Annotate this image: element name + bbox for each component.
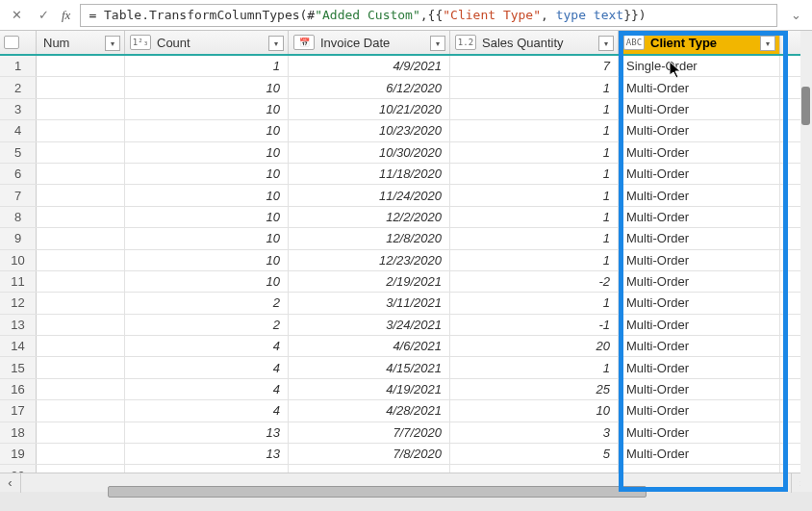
cell-sales-quantity[interactable]: 1 bbox=[450, 250, 619, 270]
cell-sales-quantity[interactable]: 1 bbox=[450, 99, 619, 119]
cell-count[interactable]: 4 bbox=[125, 379, 289, 399]
formula-expand-icon[interactable]: ⌄ bbox=[787, 8, 804, 22]
row-number[interactable]: 8 bbox=[0, 207, 37, 227]
cell-num[interactable] bbox=[37, 99, 125, 119]
cell-num[interactable] bbox=[37, 315, 125, 335]
cell-count[interactable]: 13 bbox=[125, 422, 289, 443]
row-number[interactable]: 16 bbox=[0, 379, 37, 399]
cell-sales-quantity[interactable]: 25 bbox=[450, 379, 619, 399]
cell-invoice-date[interactable]: 10/23/2020 bbox=[289, 120, 450, 141]
filter-icon[interactable]: ▾ bbox=[268, 36, 284, 51]
cell-sales-quantity[interactable]: -1 bbox=[450, 315, 619, 335]
row-number[interactable]: 1 bbox=[0, 56, 37, 76]
row-number[interactable]: 4 bbox=[0, 120, 37, 141]
row-number[interactable]: 18 bbox=[0, 422, 37, 443]
row-number[interactable]: 13 bbox=[0, 315, 37, 335]
cell-count[interactable]: 10 bbox=[125, 99, 289, 119]
cell-count[interactable]: 10 bbox=[125, 77, 289, 97]
table-row[interactable]: 91012/8/20201Multi-Order bbox=[0, 228, 812, 249]
row-number[interactable]: 2 bbox=[0, 77, 37, 97]
cell-count[interactable]: 10 bbox=[125, 120, 289, 141]
table-row[interactable]: 2106/12/20201Multi-Order bbox=[0, 77, 812, 98]
cell-count[interactable]: 1 bbox=[125, 56, 289, 76]
cell-num[interactable] bbox=[37, 228, 125, 248]
column-header-invoice-date[interactable]: 📅 Invoice Date ▾ bbox=[289, 31, 450, 54]
cell-invoice-date[interactable]: 4/28/2021 bbox=[289, 400, 450, 421]
cell-invoice-date[interactable]: 2/19/2021 bbox=[289, 271, 450, 292]
cell-sales-quantity[interactable]: 1 bbox=[450, 185, 619, 205]
column-header-count[interactable]: 1²₃ Count ▾ bbox=[125, 31, 289, 54]
cell-client-type[interactable]: Multi-Order bbox=[619, 271, 780, 292]
table-row[interactable]: 1223/11/20211Multi-Order bbox=[0, 293, 812, 314]
scroll-thumb[interactable] bbox=[801, 87, 810, 125]
cell-client-type[interactable]: Multi-Order bbox=[619, 142, 780, 163]
column-header-num[interactable]: Num ▾ bbox=[37, 31, 125, 54]
column-header-client-type[interactable]: ABC Client Type ▾ bbox=[619, 31, 780, 54]
table-row[interactable]: 71011/24/20201Multi-Order bbox=[0, 185, 812, 206]
cell-count[interactable]: 10 bbox=[125, 207, 289, 227]
cell-invoice-date[interactable]: 12/8/2020 bbox=[289, 228, 450, 248]
cell-sales-quantity[interactable]: 1 bbox=[450, 293, 619, 313]
cell-sales-quantity[interactable]: 20 bbox=[450, 336, 619, 356]
column-header-sales-quantity[interactable]: 1.2 Sales Quantity ▾ bbox=[450, 31, 619, 54]
table-row[interactable]: 61011/18/20201Multi-Order bbox=[0, 164, 812, 185]
cell-client-type[interactable]: Multi-Order bbox=[619, 293, 780, 313]
row-number[interactable]: 17 bbox=[0, 400, 37, 421]
row-number[interactable]: 7 bbox=[0, 185, 37, 205]
cell-client-type[interactable]: Multi-Order bbox=[619, 207, 780, 227]
row-number[interactable]: 12 bbox=[0, 293, 37, 313]
cell-invoice-date[interactable]: 10/30/2020 bbox=[289, 142, 450, 163]
cell-invoice-date[interactable]: 12/2/2020 bbox=[289, 207, 450, 227]
row-number[interactable]: 15 bbox=[0, 357, 37, 377]
commit-formula-button[interactable]: ✓ bbox=[35, 7, 52, 24]
cell-client-type[interactable]: Multi-Order bbox=[619, 228, 780, 248]
cell-client-type[interactable]: Multi-Order bbox=[619, 99, 780, 119]
cell-count[interactable]: 2 bbox=[125, 293, 289, 313]
cell-num[interactable] bbox=[37, 357, 125, 377]
cell-count[interactable]: 2 bbox=[125, 315, 289, 335]
cell-invoice-date[interactable]: 4/19/2021 bbox=[289, 379, 450, 399]
horizontal-scrollbar[interactable]: ‹ › bbox=[0, 473, 812, 492]
cell-num[interactable] bbox=[37, 185, 125, 205]
cell-invoice-date[interactable]: 3/11/2021 bbox=[289, 293, 450, 313]
cell-invoice-date[interactable]: 3/24/2021 bbox=[289, 315, 450, 335]
filter-icon[interactable]: ▾ bbox=[760, 36, 775, 51]
row-number[interactable]: 9 bbox=[0, 228, 37, 248]
cell-num[interactable] bbox=[37, 207, 125, 227]
cell-client-type[interactable]: Multi-Order bbox=[619, 379, 780, 399]
cell-sales-quantity[interactable]: 10 bbox=[450, 400, 619, 421]
cell-count[interactable]: 13 bbox=[125, 444, 289, 464]
cell-invoice-date[interactable]: 4/9/2021 bbox=[289, 56, 450, 76]
table-row[interactable]: 51010/30/20201Multi-Order bbox=[0, 142, 812, 164]
table-row[interactable]: 31010/21/20201Multi-Order bbox=[0, 99, 812, 120]
table-row[interactable]: 41010/23/20201Multi-Order bbox=[0, 120, 812, 141]
row-number[interactable]: 10 bbox=[0, 250, 37, 270]
row-number[interactable]: 6 bbox=[0, 164, 37, 184]
table-row[interactable]: 11102/19/2021-2Multi-Order bbox=[0, 271, 812, 293]
row-number[interactable]: 3 bbox=[0, 99, 37, 119]
row-number[interactable]: 14 bbox=[0, 336, 37, 356]
cell-client-type[interactable]: Multi-Order bbox=[619, 120, 780, 141]
cell-count[interactable]: 10 bbox=[125, 185, 289, 205]
cell-invoice-date[interactable]: 10/21/2020 bbox=[289, 99, 450, 119]
cell-sales-quantity[interactable]: 3 bbox=[450, 422, 619, 443]
scroll-thumb[interactable] bbox=[108, 486, 647, 498]
cell-invoice-date[interactable]: 11/18/2020 bbox=[289, 164, 450, 184]
cell-client-type[interactable]: Multi-Order bbox=[619, 400, 780, 421]
cancel-formula-button[interactable]: ✕ bbox=[8, 7, 25, 24]
table-row[interactable]: 114/9/20217Single-Order bbox=[0, 56, 812, 77]
cell-invoice-date[interactable]: 4/6/2021 bbox=[289, 336, 450, 356]
cell-invoice-date[interactable]: 7/7/2020 bbox=[289, 422, 450, 443]
cell-count[interactable]: 10 bbox=[125, 271, 289, 292]
cell-count[interactable]: 4 bbox=[125, 400, 289, 421]
cell-invoice-date[interactable]: 7/8/2020 bbox=[289, 444, 450, 464]
table-row[interactable]: 18137/7/20203Multi-Order bbox=[0, 422, 812, 444]
cell-client-type[interactable]: Multi-Order bbox=[619, 336, 780, 356]
cell-num[interactable] bbox=[37, 164, 125, 184]
cell-sales-quantity[interactable]: 7 bbox=[450, 56, 619, 76]
filter-icon[interactable]: ▾ bbox=[430, 36, 445, 51]
cell-count[interactable]: 10 bbox=[125, 142, 289, 163]
cell-invoice-date[interactable]: 12/23/2020 bbox=[289, 250, 450, 270]
filter-icon[interactable]: ▾ bbox=[598, 36, 614, 51]
cell-client-type[interactable]: Multi-Order bbox=[619, 185, 780, 205]
